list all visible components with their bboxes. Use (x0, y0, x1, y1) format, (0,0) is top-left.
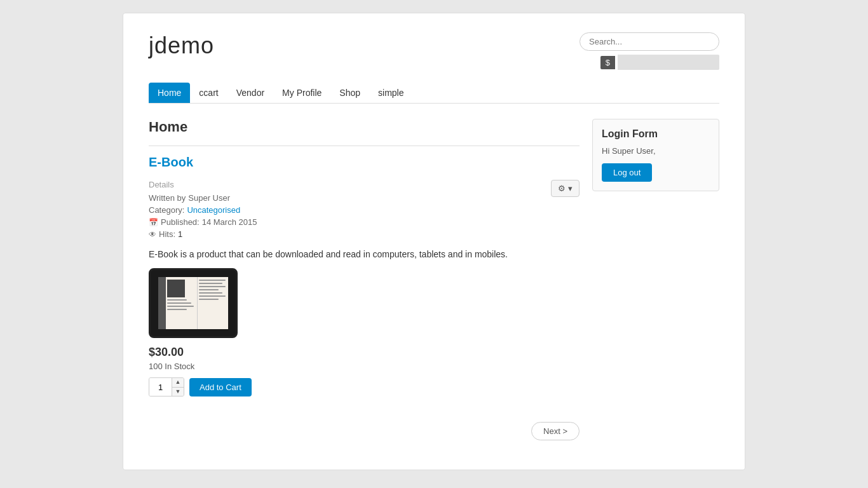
product-image-container (149, 268, 580, 338)
pagination: Next > (149, 422, 580, 440)
cart-bar: $ (600, 55, 719, 70)
title-divider (149, 146, 580, 146)
main-layout: Home E-Book ⚙ ▾ Details Written by Super… (149, 119, 719, 440)
article-title: E-Book (149, 155, 580, 170)
sidebar: Login Form Hi Super User, Log out (592, 119, 719, 440)
page-title: Home (149, 119, 580, 135)
cart-dollar-icon: $ (600, 56, 615, 69)
product-stock: 100 In Stock (149, 362, 580, 371)
category-label: Category: (149, 205, 184, 215)
calendar-icon: 📅 (149, 218, 158, 227)
written-by-label: Written by (149, 193, 186, 203)
hits-value: 1 (178, 229, 182, 239)
book-visual (158, 277, 228, 329)
quantity-stepper[interactable]: ▲ ▼ (149, 377, 184, 396)
nav-item-simple[interactable]: simple (369, 83, 412, 103)
product-price: $30.00 (149, 346, 580, 359)
article-description: E-Book is a product that can be download… (149, 249, 580, 259)
nav-item-vendor[interactable]: Vendor (227, 83, 273, 103)
written-by-row: Written by Super User (149, 193, 551, 203)
hits-label: Hits: (159, 229, 175, 239)
details-section: ⚙ ▾ Details Written by Super User Catego… (149, 180, 580, 239)
content-area: Home E-Book ⚙ ▾ Details Written by Super… (149, 119, 580, 440)
category-row: Category: Uncategorised (149, 205, 580, 215)
site-title: jdemo (149, 32, 214, 59)
quantity-input[interactable] (149, 378, 172, 396)
search-input[interactable] (580, 32, 719, 51)
add-to-cart-button[interactable]: Add to Cart (189, 378, 252, 396)
book-right-page (198, 277, 229, 329)
eye-icon: 👁 (149, 230, 156, 239)
nav-item-ccart[interactable]: ccart (190, 83, 227, 103)
gear-dropdown-icon: ▾ (568, 184, 573, 193)
add-to-cart-row: ▲ ▼ Add to Cart (149, 377, 580, 396)
hits-row: 👁 Hits: 1 (149, 229, 580, 239)
login-greeting: Hi Super User, (602, 146, 710, 156)
published-row: 📅 Published: 14 March 2015 (149, 217, 580, 227)
product-image (149, 268, 238, 338)
gear-button[interactable]: ⚙ ▾ (551, 180, 580, 197)
login-form-box: Login Form Hi Super User, Log out (592, 119, 719, 191)
written-by-value: Super User (188, 193, 230, 203)
login-form-title: Login Form (602, 128, 710, 140)
category-value[interactable]: Uncategorised (187, 205, 240, 215)
nav-item-home[interactable]: Home (149, 83, 190, 103)
nav-item-myprofile[interactable]: My Profile (273, 83, 330, 103)
header: jdemo $ (149, 32, 719, 70)
header-right: $ (580, 32, 719, 70)
qty-down-button[interactable]: ▼ (172, 388, 184, 396)
details-label: Details (149, 180, 580, 189)
published-label: Published: (161, 217, 200, 227)
next-button[interactable]: Next > (531, 422, 580, 440)
nav-item-shop[interactable]: Shop (330, 83, 369, 103)
published-value: 14 March 2015 (202, 217, 257, 227)
book-left-page (166, 277, 198, 329)
cart-info (618, 55, 719, 70)
qty-arrows: ▲ ▼ (172, 378, 184, 396)
main-nav: Home ccart Vendor My Profile Shop simple (149, 83, 719, 104)
qty-up-button[interactable]: ▲ (172, 378, 184, 388)
logout-button[interactable]: Log out (602, 163, 652, 182)
gear-icon: ⚙ (558, 184, 566, 193)
book-image-block (167, 280, 185, 297)
